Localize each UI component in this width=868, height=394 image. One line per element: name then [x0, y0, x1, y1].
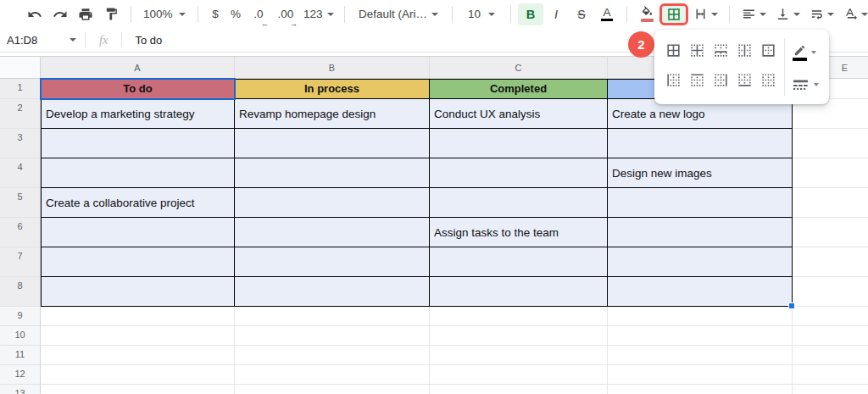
row-header-9[interactable]: 9	[0, 307, 41, 326]
row-header-1[interactable]: 1	[0, 79, 41, 99]
cell-D13[interactable]	[608, 385, 793, 394]
bold-button[interactable]: B	[518, 3, 543, 25]
cell-C7[interactable]	[430, 247, 608, 277]
cell-B3[interactable]	[235, 129, 430, 158]
cell-D12[interactable]	[608, 365, 793, 385]
cell-B6[interactable]	[235, 218, 430, 247]
column-header-C[interactable]: C	[430, 57, 608, 78]
cell-B5[interactable]	[235, 188, 430, 218]
cell-A2[interactable]: Develop a marketing strategy	[41, 99, 235, 129]
cell-C4[interactable]	[430, 158, 608, 188]
row-header-4[interactable]: 4	[0, 158, 41, 188]
fill-color-button[interactable]	[634, 3, 659, 25]
row-header-13[interactable]: 13	[0, 385, 41, 394]
italic-button[interactable]: I	[543, 3, 569, 25]
cell-E13[interactable]	[793, 385, 868, 394]
print-button[interactable]	[73, 3, 98, 25]
cell-C12[interactable]	[430, 365, 608, 385]
cell-B13[interactable]	[235, 385, 430, 394]
border-vertical-button[interactable]	[733, 40, 755, 62]
cell-D4[interactable]: Design new images	[608, 158, 793, 188]
border-inner-button[interactable]	[686, 40, 708, 62]
cell-C8[interactable]	[430, 277, 608, 307]
row-header-11[interactable]: 11	[0, 346, 41, 365]
decrease-decimal-button[interactable]: .0 ←	[246, 3, 271, 25]
cell-A11[interactable]	[41, 346, 235, 365]
select-all-corner[interactable]	[0, 57, 41, 78]
row-header-7[interactable]: 7	[0, 247, 41, 277]
cell-D7[interactable]	[608, 247, 793, 277]
row-header-2[interactable]: 2	[0, 99, 41, 129]
cell-E5[interactable]	[793, 188, 868, 218]
cell-C13[interactable]	[430, 385, 608, 394]
cell-D9[interactable]	[608, 307, 793, 326]
cell-B7[interactable]	[235, 247, 430, 277]
border-clear-button[interactable]	[757, 69, 779, 92]
cell-C1[interactable]: Completed	[430, 79, 608, 99]
font-select[interactable]: Default (Ari…	[352, 3, 445, 25]
cell-E12[interactable]	[793, 365, 868, 385]
cell-A6[interactable]	[41, 218, 235, 247]
cell-E9[interactable]	[793, 307, 868, 326]
cell-A1[interactable]: To do	[41, 79, 235, 99]
cell-E8[interactable]	[793, 277, 868, 307]
cell-C6[interactable]: Assign tasks to the team	[430, 218, 608, 247]
text-rotation-button[interactable]	[838, 3, 868, 25]
font-size-select[interactable]: 10	[459, 3, 504, 25]
cell-A3[interactable]	[41, 129, 235, 158]
row-header-3[interactable]: 3	[0, 129, 41, 158]
borders-button[interactable]	[659, 3, 688, 25]
strikethrough-button[interactable]: S	[569, 3, 594, 25]
text-wrap-button[interactable]	[804, 3, 838, 25]
cell-A7[interactable]	[41, 247, 235, 277]
row-header-12[interactable]: 12	[0, 365, 41, 385]
column-header-A[interactable]: A	[41, 57, 235, 78]
number-format-button[interactable]: 123	[300, 3, 337, 25]
border-left-button[interactable]	[662, 69, 684, 92]
name-box[interactable]: A1:D8	[0, 28, 85, 52]
cell-A9[interactable]	[41, 307, 235, 326]
cell-C3[interactable]	[430, 129, 608, 158]
cell-B2[interactable]: Revamp homepage design	[235, 99, 430, 129]
border-outer-button[interactable]	[757, 40, 779, 62]
cell-A8[interactable]	[41, 277, 235, 307]
horizontal-align-button[interactable]	[737, 3, 771, 25]
undo-button[interactable]	[22, 3, 47, 25]
border-top-button[interactable]	[686, 69, 708, 92]
border-style-button[interactable]	[793, 79, 819, 91]
cell-D3[interactable]	[608, 129, 793, 158]
merge-cells-button[interactable]	[688, 3, 722, 25]
border-color-button[interactable]	[793, 44, 819, 61]
cell-A12[interactable]	[41, 365, 235, 385]
cell-C10[interactable]	[430, 326, 608, 346]
cell-E3[interactable]	[793, 129, 868, 158]
cell-B1[interactable]: In process	[235, 79, 430, 99]
cell-E6[interactable]	[793, 218, 868, 247]
cell-A13[interactable]	[41, 385, 235, 394]
redo-button[interactable]	[47, 3, 73, 25]
cell-B4[interactable]	[235, 158, 430, 188]
cell-E7[interactable]	[793, 247, 868, 277]
border-bottom-button[interactable]	[733, 69, 755, 92]
border-all-button[interactable]	[662, 40, 684, 62]
cell-D5[interactable]	[608, 188, 793, 218]
text-color-button[interactable]: A	[594, 3, 620, 25]
row-header-10[interactable]: 10	[0, 326, 41, 346]
cell-B8[interactable]	[235, 277, 430, 307]
format-percent-button[interactable]: %	[225, 3, 246, 25]
cell-B12[interactable]	[235, 365, 430, 385]
row-header-6[interactable]: 6	[0, 218, 41, 247]
cell-D11[interactable]	[608, 346, 793, 365]
cell-D6[interactable]	[608, 218, 793, 247]
cell-A10[interactable]	[41, 326, 235, 346]
cell-B10[interactable]	[235, 326, 430, 346]
vertical-align-button[interactable]	[771, 3, 804, 25]
cell-C11[interactable]	[430, 346, 608, 365]
cell-D10[interactable]	[608, 326, 793, 346]
cell-C2[interactable]: Conduct UX analysis	[430, 99, 608, 129]
zoom-select[interactable]: 100%	[138, 3, 191, 25]
column-header-B[interactable]: B	[235, 57, 430, 78]
paint-format-button[interactable]	[98, 3, 124, 25]
cell-B9[interactable]	[235, 307, 430, 326]
cell-B11[interactable]	[235, 346, 430, 365]
